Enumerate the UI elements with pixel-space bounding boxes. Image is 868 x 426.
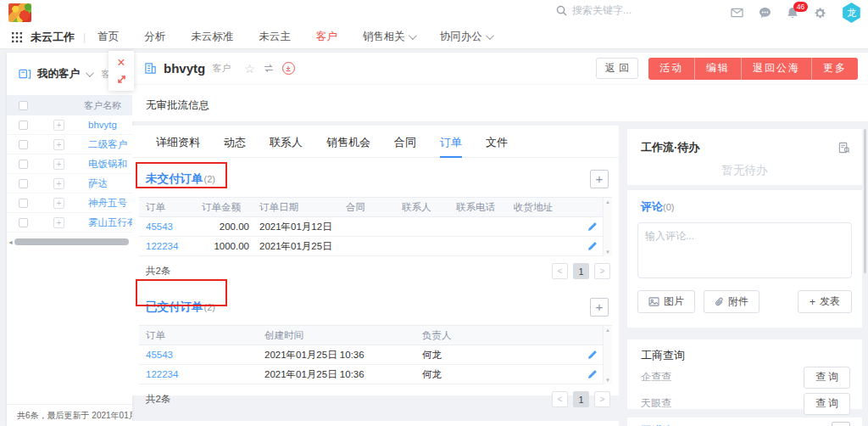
row-checkbox[interactable] [19,199,28,208]
transfer-icon[interactable] [264,64,274,73]
bell-icon[interactable]: 46 [787,7,798,20]
row-checkbox[interactable] [19,160,28,169]
customer-link[interactable]: 电饭锅和 [88,158,127,171]
prev-page-button[interactable]: < [552,263,568,279]
more-button[interactable]: 更多 [811,58,858,80]
list-view-title[interactable]: 我的客户 [37,67,80,81]
chevron-down-icon[interactable] [86,69,94,77]
activity-button[interactable]: 活动 [648,58,694,80]
scroll-down-icon[interactable]: ▼ [605,378,610,383]
customer-row[interactable]: + 神舟五号 [7,193,132,213]
expand-arrows-icon[interactable] [116,74,127,85]
customer-link[interactable]: 萨达 [88,177,108,190]
edit-pencil-icon[interactable] [587,370,597,379]
return-to-pool-button[interactable]: 退回公海 [741,58,811,80]
tab-orders[interactable]: 订单 [428,126,474,158]
tab-profile[interactable]: 详细资料 [144,126,212,158]
back-button[interactable]: 返回 [596,58,638,79]
table-scrollbar[interactable]: ▲ ▼ [603,198,612,256]
search-input[interactable] [572,4,699,16]
nav-item-sales[interactable]: 销售相关 [363,30,415,44]
customer-row[interactable]: + 二级客户 [7,135,132,154]
next-card-edge [132,421,619,426]
order-link[interactable]: 45543 [139,350,258,360]
tab-contracts[interactable]: 合同 [382,126,428,158]
order-link[interactable]: 122234 [139,369,258,379]
customer-link[interactable]: 神舟五号 [88,197,127,210]
tianyancha-query-button[interactable]: 查询 [804,393,850,415]
prev-page-button[interactable]: < [552,391,568,407]
row-checkbox[interactable] [19,121,28,130]
add-attachment-button[interactable]: 附件 [704,290,760,313]
expand-plus-icon[interactable]: + [53,178,64,189]
current-page[interactable]: 1 [573,391,589,407]
nav-item-main[interactable]: 未云主 [259,30,291,44]
delivered-orders-count: (2) [204,302,215,312]
apps-grid-icon[interactable] [12,32,22,42]
current-page[interactable]: 1 [573,263,589,279]
scroll-down-icon[interactable]: ▼ [605,249,610,255]
table-scrollbar[interactable]: ▲ ▼ [603,326,612,384]
chat-icon[interactable] [759,7,771,19]
customer-row[interactable]: + 萨达 [7,174,132,193]
customer-link[interactable]: 雾山五行有限 [88,216,132,229]
mail-icon[interactable] [731,8,743,18]
brand-title[interactable]: 未云工作 [31,30,75,45]
tab-opportunities[interactable]: 销售机会 [314,126,382,158]
customer-link[interactable]: 二级客户 [88,138,127,151]
customer-row[interactable]: + bhvytg [7,115,132,135]
column-header-name[interactable]: 客户名称 [84,99,121,112]
customer-list-panel: 我的客户 客户 客户名称 + bhvytg + 二级客户 + 电饭锅和 + 萨达 [7,53,132,426]
edit-pencil-icon[interactable] [587,222,597,232]
row-checkbox[interactable] [19,140,28,149]
workflow-empty-text: 暂无待办 [627,163,862,178]
customer-row[interactable]: + 雾山五行有限 [7,213,132,233]
publish-comment-button[interactable]: + 发表 [798,290,852,313]
select-all-checkbox[interactable] [19,101,28,110]
next-page-button[interactable]: > [594,263,610,279]
app-logo[interactable] [8,3,31,22]
row-checkbox[interactable] [19,179,28,188]
edit-button[interactable]: 编辑 [694,58,741,80]
next-page-button[interactable]: > [594,391,610,407]
add-follower-button[interactable]: + [832,422,850,426]
qichacha-label: 企查查 [641,370,671,384]
tab-activity[interactable]: 动态 [212,126,258,158]
nav-item-collaboration[interactable]: 协同办公 [440,30,492,44]
comment-input[interactable] [637,222,852,278]
order-link[interactable]: 122234 [139,241,195,251]
add-image-button[interactable]: 图片 [637,290,695,313]
horizontal-scrollbar[interactable]: ◄ [7,238,132,246]
expand-plus-icon[interactable]: + [53,159,64,170]
star-icon[interactable]: ☆ [244,62,255,76]
seal-badge-icon[interactable] [282,62,295,75]
add-order-button[interactable]: + [590,298,609,317]
tab-files[interactable]: 文件 [474,126,520,158]
expand-plus-icon[interactable]: + [53,217,64,228]
settings-gear-icon[interactable] [814,7,826,20]
workflow-log-icon[interactable] [838,142,850,154]
scroll-up-icon[interactable]: ▲ [605,199,610,205]
expand-plus-icon[interactable]: + [53,139,64,150]
customer-row[interactable]: + 电饭锅和 [7,154,132,174]
scrollbar-thumb[interactable] [14,238,129,245]
scroll-left-icon[interactable]: ◄ [7,239,14,245]
right-panel-scrollbar[interactable] [864,129,866,273]
tab-contacts[interactable]: 联系人 [258,126,314,158]
nav-item-customers[interactable]: 客户 [316,30,337,44]
expand-plus-icon[interactable]: + [53,120,64,131]
add-order-button[interactable]: + [590,170,609,188]
nav-item-analysis[interactable]: 分析 [144,30,165,44]
edit-pencil-icon[interactable] [587,350,597,360]
close-icon[interactable]: × [117,57,125,69]
edit-pencil-icon[interactable] [587,242,597,251]
row-checkbox[interactable] [19,218,28,227]
user-avatar[interactable]: 龙 [842,3,861,23]
nav-item-standard[interactable]: 未云标准 [191,30,233,44]
scroll-up-icon[interactable]: ▲ [605,328,610,333]
order-link[interactable]: 45543 [139,221,195,232]
customer-link[interactable]: bhvytg [88,120,117,130]
nav-item-home[interactable]: 首页 [97,30,119,44]
qichacha-query-button[interactable]: 查询 [804,367,850,389]
expand-plus-icon[interactable]: + [53,198,64,209]
